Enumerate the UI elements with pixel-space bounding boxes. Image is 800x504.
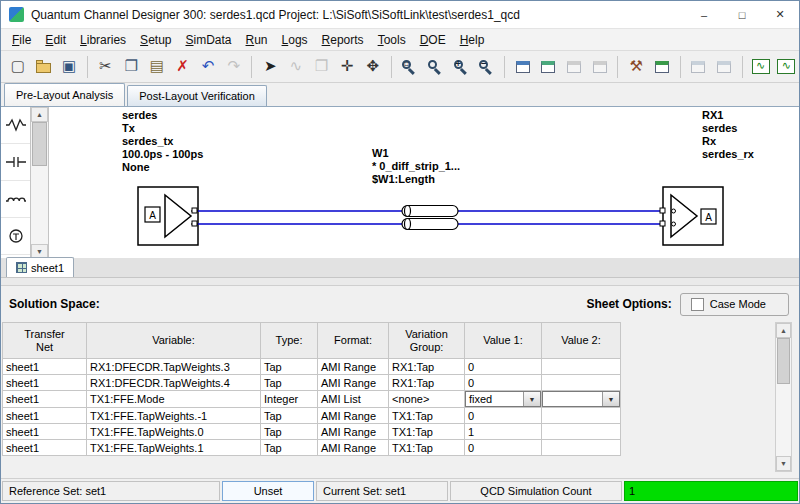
- scroll-up-icon[interactable]: ▲: [31, 107, 48, 122]
- scroll-up-icon[interactable]: ▲: [776, 323, 791, 338]
- cell-transfer-net[interactable]: sheet1: [3, 375, 87, 391]
- table-scrollbar[interactable]: ▲ ▼: [775, 322, 792, 472]
- column-header-transfer-net[interactable]: Transfer Net: [3, 323, 87, 359]
- cell-type[interactable]: Integer: [261, 391, 318, 408]
- chart-icon[interactable]: [650, 53, 674, 80]
- crosshair-tool-icon[interactable]: ✛: [335, 53, 359, 80]
- open-project-icon[interactable]: [32, 53, 56, 80]
- menu-edit[interactable]: Edit: [38, 31, 73, 49]
- cell-variable[interactable]: RX1:DFECDR.TapWeights.3: [87, 359, 261, 375]
- cell-value-2[interactable]: [542, 440, 621, 456]
- cell-value-2[interactable]: [542, 375, 621, 391]
- cell-value-2[interactable]: ▼: [542, 391, 621, 408]
- waveform-viewer-icon[interactable]: ∿: [749, 53, 773, 80]
- waveform-source-icon[interactable]: [1, 107, 30, 144]
- cell-value-1[interactable]: fixed▼: [465, 391, 542, 408]
- sheet-tab[interactable]: sheet1: [6, 257, 74, 277]
- cell-format[interactable]: AMI Range: [318, 408, 389, 424]
- cell-variation-group[interactable]: TX1:Tap: [389, 424, 465, 440]
- table-row[interactable]: sheet1RX1:DFECDR.TapWeights.3TapAMI Rang…: [3, 359, 621, 375]
- palette-scrollbar[interactable]: ▲ ▼: [31, 107, 49, 259]
- column-header-value-2[interactable]: Value 2:: [542, 323, 621, 359]
- cell-transfer-net[interactable]: sheet1: [3, 408, 87, 424]
- zoom-fit-icon[interactable]: [423, 53, 447, 80]
- palette-scroll-track[interactable]: [31, 122, 48, 244]
- spreadsheet-icon[interactable]: [511, 53, 535, 80]
- value-combo[interactable]: ▼: [542, 391, 620, 407]
- delete-icon[interactable]: ✗: [171, 53, 195, 80]
- panel-splitter[interactable]: [1, 278, 799, 286]
- transformer-icon[interactable]: [1, 218, 30, 255]
- tools-wrench-icon[interactable]: ⚒: [624, 53, 648, 80]
- table-row[interactable]: sheet1TX1:FFE.TapWeights.0TapAMI RangeTX…: [3, 424, 621, 440]
- cell-value-1[interactable]: 0: [465, 375, 542, 391]
- cell-format[interactable]: AMI Range: [318, 424, 389, 440]
- cell-type[interactable]: Tap: [261, 359, 318, 375]
- table-row[interactable]: sheet1TX1:FFE.TapWeights.1TapAMI RangeTX…: [3, 440, 621, 456]
- cell-type[interactable]: Tap: [261, 375, 318, 391]
- cell-transfer-net[interactable]: sheet1: [3, 359, 87, 375]
- zoom-in-icon[interactable]: +: [449, 53, 473, 80]
- new-document-icon[interactable]: ▢: [6, 53, 30, 80]
- combo-dropdown-icon[interactable]: ▼: [602, 392, 619, 406]
- menu-doe[interactable]: DOE: [413, 31, 453, 49]
- combo-dropdown-icon[interactable]: ▼: [523, 392, 540, 406]
- case-mode-checkbox[interactable]: [691, 298, 704, 311]
- inductor-icon[interactable]: [1, 181, 30, 218]
- column-header-format[interactable]: Format:: [318, 323, 389, 359]
- cell-format[interactable]: AMI List: [318, 391, 389, 408]
- save-icon[interactable]: ▣: [57, 53, 81, 80]
- menu-logs[interactable]: Logs: [275, 31, 315, 49]
- cell-value-2[interactable]: [542, 408, 621, 424]
- unset-button[interactable]: Unset: [222, 481, 314, 501]
- cell-type[interactable]: Tap: [261, 424, 318, 440]
- menu-reports[interactable]: Reports: [315, 31, 371, 49]
- scroll-down-icon[interactable]: ▼: [776, 456, 791, 471]
- cell-transfer-net[interactable]: sheet1: [3, 440, 87, 456]
- undo-icon[interactable]: ↶: [196, 53, 220, 80]
- cell-format[interactable]: AMI Range: [318, 375, 389, 391]
- pan-tool-icon[interactable]: ✥: [361, 53, 385, 80]
- cell-variation-group[interactable]: TX1:Tap: [389, 408, 465, 424]
- column-header-value-1[interactable]: Value 1:: [465, 323, 542, 359]
- table-row[interactable]: sheet1TX1:FFE.ModeIntegerAMI List<none>f…: [3, 391, 621, 408]
- menu-help[interactable]: Help: [453, 31, 492, 49]
- table-scroll-thumb[interactable]: [777, 338, 790, 384]
- cell-variable[interactable]: TX1:FFE.TapWeights.-1: [87, 408, 261, 424]
- cell-value-1[interactable]: 0: [465, 408, 542, 424]
- simdata-sheet-icon[interactable]: [537, 53, 561, 80]
- transmission-line-symbol[interactable]: [402, 206, 458, 230]
- cell-variable[interactable]: TX1:FFE.TapWeights.1: [87, 440, 261, 456]
- column-header-variation-group[interactable]: Variation Group:: [389, 323, 465, 359]
- tab-pre-layout-analysis[interactable]: Pre-Layout Analysis: [4, 83, 125, 106]
- zoom-out-icon[interactable]: −: [474, 53, 498, 80]
- cell-value-1[interactable]: 1: [465, 424, 542, 440]
- cell-format[interactable]: AMI Range: [318, 359, 389, 375]
- cell-variation-group[interactable]: TX1:Tap: [389, 440, 465, 456]
- paste-icon[interactable]: ▤: [145, 53, 169, 80]
- cell-variable[interactable]: RX1:DFECDR.TapWeights.4: [87, 375, 261, 391]
- menu-simdata[interactable]: SimData: [178, 31, 238, 49]
- cell-value-2[interactable]: [542, 359, 621, 375]
- copy-icon[interactable]: ❐: [119, 53, 143, 80]
- close-button[interactable]: ✕: [761, 1, 799, 28]
- capacitor-icon[interactable]: [1, 144, 30, 181]
- cell-variable[interactable]: TX1:FFE.Mode: [87, 391, 261, 408]
- table-row[interactable]: sheet1TX1:FFE.TapWeights.-1TapAMI RangeT…: [3, 408, 621, 424]
- tab-post-layout-verification[interactable]: Post-Layout Verification: [127, 85, 267, 106]
- menu-run[interactable]: Run: [239, 31, 275, 49]
- cell-type[interactable]: Tap: [261, 408, 318, 424]
- cell-value-1[interactable]: 0: [465, 440, 542, 456]
- maximize-button[interactable]: □: [723, 1, 761, 28]
- cell-variation-group[interactable]: RX1:Tap: [389, 375, 465, 391]
- table-row[interactable]: sheet1RX1:DFECDR.TapWeights.4TapAMI Rang…: [3, 375, 621, 391]
- menu-tools[interactable]: Tools: [371, 31, 413, 49]
- cell-type[interactable]: Tap: [261, 440, 318, 456]
- cell-variable[interactable]: TX1:FFE.TapWeights.0: [87, 424, 261, 440]
- cell-transfer-net[interactable]: sheet1: [3, 424, 87, 440]
- cell-format[interactable]: AMI Range: [318, 440, 389, 456]
- table-scroll-track[interactable]: [776, 338, 791, 456]
- column-header-type[interactable]: Type:: [261, 323, 318, 359]
- value-combo[interactable]: fixed▼: [465, 391, 541, 407]
- cell-transfer-net[interactable]: sheet1: [3, 391, 87, 408]
